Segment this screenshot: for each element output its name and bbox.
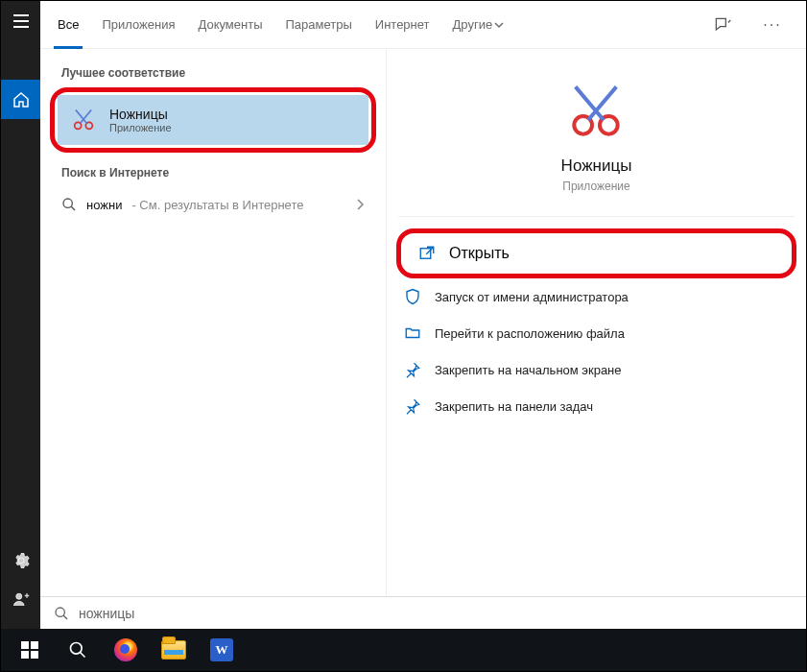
taskbar-file-explorer[interactable] — [151, 631, 197, 669]
action-pin-start[interactable]: Закрепить на начальном экране — [387, 351, 806, 388]
action-run-as-admin[interactable]: Запуск от имени администратора — [387, 278, 806, 315]
windows-logo-icon — [21, 641, 38, 659]
tab-more[interactable]: Другие — [453, 1, 505, 49]
action-file-location-label: Перейти к расположению файла — [435, 326, 625, 341]
svg-point-3 — [63, 199, 72, 207]
tab-more-label: Другие — [453, 17, 493, 32]
best-match-subtitle: Приложение — [109, 122, 172, 133]
best-match-header: Лучшее соответствие — [40, 66, 386, 87]
svg-rect-11 — [31, 651, 38, 659]
feedback-icon — [713, 15, 732, 35]
preview-hero: Ножницы Приложение — [561, 82, 632, 193]
ellipsis-icon: ··· — [763, 16, 781, 34]
pin-icon — [404, 397, 421, 415]
taskbar-search-button[interactable] — [55, 631, 101, 669]
search-row — [40, 596, 806, 629]
feedback-button[interactable] — [706, 9, 739, 41]
scissors-icon-large — [565, 82, 627, 143]
tab-all[interactable]: Все — [58, 1, 79, 49]
taskbar-firefox[interactable] — [103, 631, 149, 669]
account-icon — [12, 591, 30, 609]
shield-icon — [404, 288, 421, 305]
folder-icon — [404, 324, 421, 342]
options-button[interactable]: ··· — [756, 9, 789, 41]
word-icon: W — [210, 638, 233, 661]
tab-settings[interactable]: Параметры — [285, 1, 351, 49]
pin-icon — [404, 361, 421, 378]
svg-rect-6 — [420, 249, 431, 259]
preview-pane: Ножницы Приложение Открыть Запуск от име… — [386, 49, 806, 596]
search-icon — [61, 197, 77, 212]
action-pin-taskbar-label: Закрепить на панели задач — [435, 399, 593, 414]
preview-subtitle: Приложение — [562, 180, 629, 193]
results-list: Лучшее соответствие Ножницы Приложение П… — [40, 49, 386, 596]
search-sidebar — [1, 1, 40, 629]
search-icon — [68, 640, 87, 660]
web-search-result[interactable]: ножни - См. результаты в Интернете — [40, 187, 386, 222]
tab-web[interactable]: Интернет — [375, 1, 430, 49]
chevron-down-icon — [494, 20, 504, 30]
web-results-header: Поиск в Интернете — [40, 166, 386, 187]
preview-title: Ножницы — [561, 156, 632, 176]
svg-rect-8 — [21, 641, 29, 649]
start-button[interactable] — [7, 631, 53, 669]
action-open-label: Открыть — [449, 245, 510, 262]
svg-point-7 — [56, 608, 64, 616]
svg-rect-9 — [31, 641, 38, 649]
preview-actions: Открыть Запуск от имени администратора П… — [387, 217, 806, 436]
tab-apps[interactable]: Приложения — [102, 1, 175, 49]
annotation-highlight-2: Открыть — [396, 228, 796, 278]
taskbar-word[interactable]: W — [199, 631, 245, 669]
web-query-text: ножни — [86, 198, 122, 212]
svg-point-0 — [15, 593, 21, 599]
gear-icon — [12, 552, 30, 569]
results-area: Лучшее соответствие Ножницы Приложение П… — [40, 49, 806, 596]
scissors-icon — [69, 106, 98, 134]
file-explorer-icon — [161, 640, 186, 660]
search-icon — [54, 606, 69, 621]
best-match-title: Ножницы — [109, 107, 172, 122]
filter-tabs: Все Приложения Документы Параметры Интер… — [40, 1, 806, 49]
tab-documents[interactable]: Документы — [198, 1, 262, 49]
search-input[interactable] — [79, 606, 793, 621]
best-match-result[interactable]: Ножницы Приложение — [58, 95, 368, 145]
home-button[interactable] — [1, 80, 40, 119]
hamburger-menu-button[interactable] — [1, 1, 40, 40]
open-icon — [418, 245, 436, 262]
hamburger-icon — [13, 14, 29, 28]
annotation-highlight-1: Ножницы Приложение — [50, 87, 376, 153]
svg-rect-10 — [21, 651, 29, 659]
svg-point-12 — [71, 643, 83, 655]
action-pin-start-label: Закрепить на начальном экране — [435, 363, 622, 377]
chevron-right-icon — [355, 198, 365, 211]
settings-button[interactable] — [1, 540, 40, 580]
action-run-as-admin-label: Запуск от имени администратора — [435, 290, 629, 304]
action-pin-taskbar[interactable]: Закрепить на панели задач — [387, 388, 806, 424]
action-open[interactable]: Открыть — [405, 237, 788, 270]
home-icon — [12, 91, 30, 108]
account-button[interactable] — [1, 580, 40, 619]
action-file-location[interactable]: Перейти к расположению файла — [387, 315, 806, 351]
firefox-icon — [114, 638, 137, 661]
web-query-hint: - См. результаты в Интернете — [131, 198, 303, 212]
taskbar: W — [1, 629, 806, 671]
